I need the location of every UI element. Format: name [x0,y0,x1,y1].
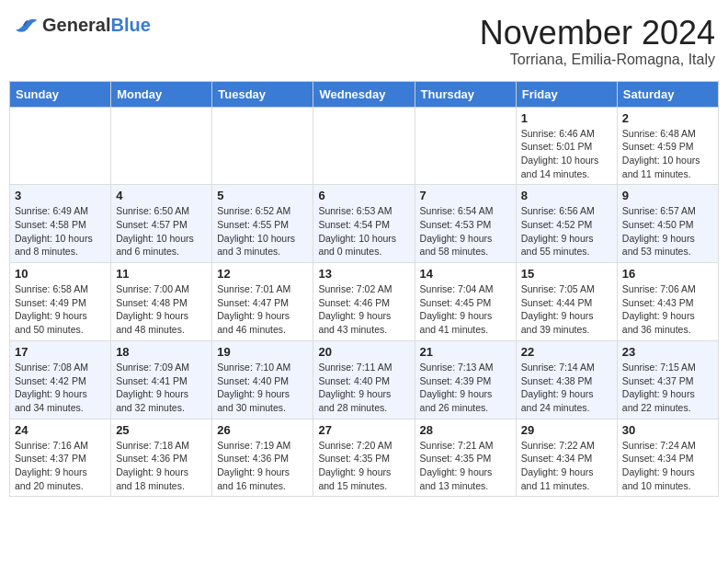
calendar-week-row: 10Sunrise: 6:58 AM Sunset: 4:49 PM Dayli… [10,263,719,341]
cell-info-text: Sunrise: 6:54 AM Sunset: 4:53 PM Dayligh… [420,204,511,259]
calendar-cell: 30Sunrise: 7:24 AM Sunset: 4:34 PM Dayli… [617,419,718,497]
calendar-header-monday: Monday [111,81,212,107]
calendar-cell: 28Sunrise: 7:21 AM Sunset: 4:35 PM Dayli… [415,419,516,497]
cell-info-text: Sunrise: 6:57 AM Sunset: 4:50 PM Dayligh… [622,204,713,259]
cell-info-text: Sunrise: 6:50 AM Sunset: 4:57 PM Dayligh… [116,204,207,259]
cell-info-text: Sunrise: 7:22 AM Sunset: 4:34 PM Dayligh… [521,439,612,493]
calendar-cell: 17Sunrise: 7:08 AM Sunset: 4:42 PM Dayli… [10,340,111,419]
calendar-cell: 19Sunrise: 7:10 AM Sunset: 4:40 PM Dayli… [212,340,313,419]
calendar-cell: 25Sunrise: 7:18 AM Sunset: 4:36 PM Dayli… [111,419,212,497]
cell-info-text: Sunrise: 7:15 AM Sunset: 4:37 PM Dayligh… [622,361,713,415]
cell-info-text: Sunrise: 7:04 AM Sunset: 4:45 PM Dayligh… [420,282,511,337]
cell-date-number: 20 [318,345,409,359]
cell-date-number: 7 [420,189,511,202]
cell-date-number: 13 [318,267,409,281]
calendar-header-wednesday: Wednesday [313,81,415,107]
cell-date-number: 5 [217,189,308,202]
calendar-week-row: 24Sunrise: 7:16 AM Sunset: 4:37 PM Dayli… [10,419,719,497]
logo-blue: Blue [110,15,150,35]
calendar-cell: 22Sunrise: 7:14 AM Sunset: 4:38 PM Dayli… [516,340,617,419]
logo: GeneralBlue [13,15,151,36]
cell-date-number: 8 [521,189,612,202]
calendar-cell: 21Sunrise: 7:13 AM Sunset: 4:39 PM Dayli… [415,340,516,419]
cell-info-text: Sunrise: 7:14 AM Sunset: 4:38 PM Dayligh… [521,361,612,415]
calendar-cell: 10Sunrise: 6:58 AM Sunset: 4:49 PM Dayli… [10,263,111,341]
cell-date-number: 19 [217,345,308,359]
calendar-cell: 13Sunrise: 7:02 AM Sunset: 4:46 PM Dayli… [313,263,415,341]
cell-date-number: 21 [420,345,511,359]
cell-date-number: 25 [116,423,207,437]
cell-info-text: Sunrise: 7:05 AM Sunset: 4:44 PM Dayligh… [521,282,612,337]
cell-date-number: 24 [15,423,106,437]
calendar-cell: 20Sunrise: 7:11 AM Sunset: 4:40 PM Dayli… [313,340,415,419]
cell-info-text: Sunrise: 7:24 AM Sunset: 4:34 PM Dayligh… [622,439,713,493]
cell-info-text: Sunrise: 7:20 AM Sunset: 4:35 PM Dayligh… [318,439,409,493]
cell-info-text: Sunrise: 6:53 AM Sunset: 4:54 PM Dayligh… [318,204,409,259]
cell-info-text: Sunrise: 7:09 AM Sunset: 4:41 PM Dayligh… [116,361,207,415]
calendar-table: SundayMondayTuesdayWednesdayThursdayFrid… [9,81,719,498]
calendar-header-sunday: Sunday [10,81,111,107]
cell-info-text: Sunrise: 7:19 AM Sunset: 4:36 PM Dayligh… [217,439,308,493]
calendar-cell: 11Sunrise: 7:00 AM Sunset: 4:48 PM Dayli… [111,263,212,341]
logo-bird-icon [13,17,39,34]
cell-date-number: 6 [318,189,409,202]
calendar-cell: 1Sunrise: 6:46 AM Sunset: 5:01 PM Daylig… [516,107,617,185]
cell-date-number: 4 [116,189,207,202]
calendar-week-row: 17Sunrise: 7:08 AM Sunset: 4:42 PM Dayli… [10,340,719,419]
title-section: November 2024 Torriana, Emilia-Romagna, … [480,15,715,68]
logo-general: General [42,15,110,35]
calendar-header-thursday: Thursday [415,81,516,107]
cell-date-number: 22 [521,345,612,359]
calendar-header-tuesday: Tuesday [212,81,313,107]
cell-date-number: 23 [622,345,713,359]
cell-info-text: Sunrise: 6:58 AM Sunset: 4:49 PM Dayligh… [15,282,106,337]
calendar-cell [212,107,313,185]
cell-date-number: 17 [15,345,106,359]
calendar-cell: 4Sunrise: 6:50 AM Sunset: 4:57 PM Daylig… [111,185,212,263]
calendar-cell: 5Sunrise: 6:52 AM Sunset: 4:55 PM Daylig… [212,185,313,263]
cell-date-number: 11 [116,267,207,281]
calendar-cell: 15Sunrise: 7:05 AM Sunset: 4:44 PM Dayli… [516,263,617,341]
calendar-cell: 3Sunrise: 6:49 AM Sunset: 4:58 PM Daylig… [10,185,111,263]
cell-info-text: Sunrise: 7:16 AM Sunset: 4:37 PM Dayligh… [15,439,106,493]
cell-info-text: Sunrise: 6:48 AM Sunset: 4:59 PM Dayligh… [622,127,713,181]
cell-date-number: 2 [622,111,713,125]
calendar-cell: 12Sunrise: 7:01 AM Sunset: 4:47 PM Dayli… [212,263,313,341]
cell-date-number: 1 [521,111,612,125]
cell-info-text: Sunrise: 7:00 AM Sunset: 4:48 PM Dayligh… [116,282,207,337]
calendar-cell [10,107,111,185]
calendar-cell [415,107,516,185]
cell-info-text: Sunrise: 6:56 AM Sunset: 4:52 PM Dayligh… [521,204,612,259]
cell-info-text: Sunrise: 6:46 AM Sunset: 5:01 PM Dayligh… [521,127,612,181]
cell-date-number: 12 [217,267,308,281]
month-title: November 2024 [480,15,715,52]
cell-date-number: 29 [521,423,612,437]
cell-date-number: 15 [521,267,612,281]
calendar-cell: 18Sunrise: 7:09 AM Sunset: 4:41 PM Dayli… [111,340,212,419]
calendar-cell [313,107,415,185]
calendar-cell: 16Sunrise: 7:06 AM Sunset: 4:43 PM Dayli… [617,263,718,341]
cell-info-text: Sunrise: 7:18 AM Sunset: 4:36 PM Dayligh… [116,439,207,493]
calendar-header-saturday: Saturday [617,81,718,107]
cell-info-text: Sunrise: 7:11 AM Sunset: 4:40 PM Dayligh… [318,361,409,415]
calendar-cell: 6Sunrise: 6:53 AM Sunset: 4:54 PM Daylig… [313,185,415,263]
cell-date-number: 30 [622,423,713,437]
calendar-cell: 24Sunrise: 7:16 AM Sunset: 4:37 PM Dayli… [10,419,111,497]
cell-date-number: 9 [622,189,713,202]
calendar-cell: 7Sunrise: 6:54 AM Sunset: 4:53 PM Daylig… [415,185,516,263]
calendar-cell: 23Sunrise: 7:15 AM Sunset: 4:37 PM Dayli… [617,340,718,419]
page-header: GeneralBlue November 2024 Torriana, Emil… [9,9,719,74]
calendar-cell: 14Sunrise: 7:04 AM Sunset: 4:45 PM Dayli… [415,263,516,341]
cell-info-text: Sunrise: 7:08 AM Sunset: 4:42 PM Dayligh… [15,361,106,415]
cell-info-text: Sunrise: 6:52 AM Sunset: 4:55 PM Dayligh… [217,204,308,259]
cell-date-number: 10 [15,267,106,281]
cell-date-number: 14 [420,267,511,281]
calendar-cell: 2Sunrise: 6:48 AM Sunset: 4:59 PM Daylig… [617,107,718,185]
calendar-header-friday: Friday [516,81,617,107]
calendar-cell: 27Sunrise: 7:20 AM Sunset: 4:35 PM Dayli… [313,419,415,497]
location-title: Torriana, Emilia-Romagna, Italy [480,52,715,68]
cell-info-text: Sunrise: 7:10 AM Sunset: 4:40 PM Dayligh… [217,361,308,415]
calendar-cell: 26Sunrise: 7:19 AM Sunset: 4:36 PM Dayli… [212,419,313,497]
cell-info-text: Sunrise: 7:01 AM Sunset: 4:47 PM Dayligh… [217,282,308,337]
cell-date-number: 3 [15,189,106,202]
